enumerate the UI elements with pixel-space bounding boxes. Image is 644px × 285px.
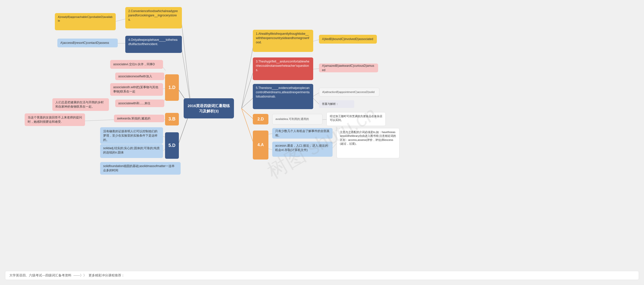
svg-line-6 [242,97,254,108]
assoc4-text: 人们总是把健康的生活与开阔的乡村和自家种的食物联系在一起。 [55,101,104,108]
question-3-text: 3.Theshygirlfelt__anduncomfortablewhenhe… [256,60,309,72]
access-note-text: 注意与之搭配的介词必须是to,如：havefreeassesstothelibr… [340,131,396,145]
question-5-node: 5.Thereisno____evidencethatpeoplecancont… [253,84,313,109]
question-5-options: A)attractionB)appointmentC)accessD)solid [319,88,379,97]
svg-line-4 [242,42,254,108]
bottom-bar: 大学英语四、六级考试---四级词汇备考资料 ——》》 更多精彩冲分课程推荐： [5,271,639,280]
answer-4a-text: 4.A [258,142,264,148]
svg-line-29 [242,108,254,120]
awkward-def: awkwarda.笨拙的;尴尬的 [114,115,164,122]
question-3-options: A)amazedB)awkwardC)curiousD)amused [319,64,378,72]
question-2-options: A)readyB)approachableC)probableD)availab… [55,13,116,30]
q4-options-text: A)accessB)resortC)contactD)assess [60,41,109,45]
awkward-cn-text: 当这个害羞的女孩回答不上来老师的提问时，她感到很窘迫和难受. [28,116,82,123]
question-1-options: A)tiedB)boundC)involvedD)associated [319,35,377,44]
associate-def-1: associatevi.交往n.伙伴，同事D [110,60,163,69]
question-4-text: 4.Onlyafewpeoplehave____totheheadfullfac… [128,38,178,46]
answer-5d-text: 5.D [168,142,175,149]
answer-label-text: 答案与解析： [322,102,339,106]
mind-map: 2016英语四级词汇暑期练习及解析(3) 2.Conveniencefoodsw… [0,0,644,285]
q4-cn-text: 只有少数几个人有机会了解事件的全部真相。 [275,129,330,138]
q2-options-text: A)readyB)approachableC)probableD)availab… [58,15,112,22]
assoc2-text: associateoneselfwith加入 [118,74,152,79]
associate-sentence: 人们总是把健康的生活与开阔的乡村和自家种的食物联系在一起。 [52,98,109,111]
awkward-def-text: awkwarda.笨拙的;尴尬的 [117,116,150,121]
associate-with-def: associatewith和......来往 [115,100,164,107]
q5-options-text: A)attractionB)appointmentC)accessD)solid [322,90,375,94]
question-5-text: 5.Thereisno____evidencethatpeoplecancont… [256,86,310,98]
access-def: accessn.通道，入口;接近，进入;接近的机会vt.存取(计算机文件) [272,142,333,157]
question-3-node: 3.Theshygirlfelt__anduncomfortablewhenhe… [253,57,313,80]
solid-def-text: solidadj.结实的;实心的;固体的;可靠的;纯质的连续的n.固体 [103,146,160,154]
solid-foundation-text: solidfoundation稳固的基础;asolidmassofmatter一… [103,164,175,172]
svg-line-5 [242,69,254,108]
question-4-options: A)accessB)resortC)contactD)assess [57,39,118,47]
center-node: 2016英语四级词汇暑期练习及解析(3) [184,98,234,118]
answer-5d-badge: 5.D [165,132,179,159]
associate-def-3: associatesth.with把(某事物与其他事物)联系在一起 [110,83,163,96]
q1-options-text: A)tiedB)boundC)involvedD)associated [322,37,373,41]
bottom-arrow: ——》》 [73,273,87,278]
solid-def: solidadj.结实的;实心的;固体的;可靠的;纯质的连续的n.固体 [100,144,163,158]
question-2-node: 2.Conveniencefoodswhichalreadypreparedfo… [125,7,182,28]
q4-chinese: 只有少数几个人有机会了解事件的全部真相。 [272,128,333,139]
svg-line-30 [242,108,254,145]
question-2-text: 2.Conveniencefoodswhichalreadypreparedfo… [128,9,178,21]
nodream-sentence: 没有确凿的证据表明人们可以控制他们的梦境，至少在实验室的实验条件下是这样的。 [100,127,163,144]
available-example: 经过加工随时可供烹调的方便食品在食杂店可以买到。 [327,112,386,126]
access-def-text: accessn.通道，入口;接近，进入;接近的机会vt.存取(计算机文件) [275,144,328,152]
solid-foundation: solidfoundation稳固的基础;asolidmassofmatter一… [100,162,181,175]
bottom-more: 更多精彩冲分课程推荐： [89,273,125,278]
answer-label: 答案与解析： [319,100,354,108]
awkward-sentence: 当这个害羞的女孩回答不上来老师的提问时，她感到很窘迫和难受. [25,113,85,126]
available-example-text: 经过加工随时可供烹调的方便食品在食杂店可以买到。 [330,115,382,121]
svg-line-0 [181,19,191,108]
assoc3-text: associatesth.with把(某事物与其他事物)联系在一起 [113,85,158,93]
question-1-text: 1.Ahealthylifeisfrequentlythoughttobe__w… [256,32,309,44]
available-def: availablea.可利用的;通用的 [272,114,323,124]
answer-4a-badge: 4.A [253,131,268,160]
assoc-with-text: associatewith和......来往 [118,101,150,106]
nodream-text: 没有确凿的证据表明人们可以控制他们的梦境，至少在实验室的实验条件下是这样的。 [103,130,157,142]
bottom-bar-text: 大学英语四、六级考试---四级词汇备考资料 [9,273,71,278]
question-4-node: 4.Onlyafewpeoplehave____totheheadfullfac… [125,36,182,53]
answer-1d-text: 1.D [168,84,175,91]
svg-line-18 [83,120,114,121]
question-1-node: 1.Ahealthylifeisfrequentlythoughttobe__w… [253,30,313,52]
answer-2d-text: 2.D [258,116,264,122]
answer-3b-text: 3.B [168,116,175,122]
assoc1-text: associatevi.交往n.伙伴，同事D [113,62,155,67]
answer-1d-badge: 1.D [165,74,179,101]
q3-options-text: A)amazedB)awkwardC)curiousD)amused [322,64,375,72]
answer-2d-badge: 2.D [253,114,268,124]
answer-3b-badge: 3.B [165,113,179,125]
available-def-text: availablea.可利用的;通用的 [275,117,309,121]
access-note: 注意与之搭配的介词必须是to,如：havefreeassesstothelibr… [337,128,399,158]
associate-def-2: associateoneselfwith加入 [115,73,164,80]
